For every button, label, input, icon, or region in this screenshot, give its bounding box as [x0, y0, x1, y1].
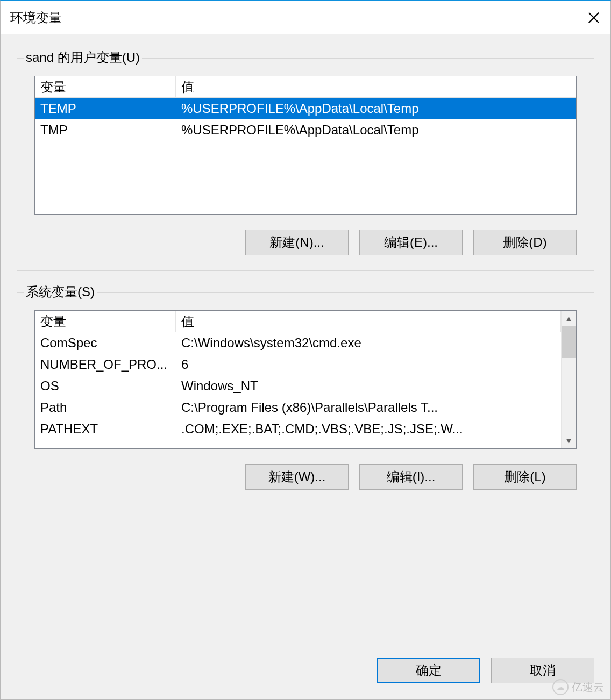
scrollbar[interactable]: ▲ ▼	[561, 311, 576, 448]
cell-variable: Path	[35, 399, 176, 416]
cell-variable: PATHEXT	[35, 420, 176, 438]
cell-value: Windows_NT	[176, 377, 561, 395]
cell-variable: NUMBER_OF_PRO...	[35, 356, 176, 373]
scroll-thumb[interactable]	[562, 326, 576, 358]
scroll-track[interactable]	[562, 358, 576, 433]
system-new-button[interactable]: 新建(W)...	[245, 464, 349, 490]
table-row[interactable]: NUMBER_OF_PRO... 6	[35, 354, 561, 375]
table-row[interactable]: PATHEXT .COM;.EXE;.BAT;.CMD;.VBS;.VBE;.J…	[35, 418, 561, 440]
column-header-value[interactable]: 值	[176, 76, 576, 97]
table-row[interactable]: ComSpec C:\Windows\system32\cmd.exe	[35, 332, 561, 354]
column-header-variable[interactable]: 变量	[35, 76, 176, 97]
user-new-button[interactable]: 新建(N)...	[245, 230, 349, 255]
user-button-row: 新建(N)... 编辑(E)... 删除(D)	[34, 230, 577, 255]
column-header-variable[interactable]: 变量	[35, 311, 176, 332]
system-edit-button[interactable]: 编辑(I)...	[359, 464, 463, 490]
cell-variable: TEMP	[35, 100, 176, 117]
titlebar: 环境变量	[1, 1, 610, 34]
cell-value: %USERPROFILE%\AppData\Local\Temp	[176, 100, 576, 117]
user-variables-group: sand 的用户变量(U) 变量 值 TEMP %USERPROFILE%\Ap…	[17, 58, 594, 271]
table-row[interactable]: TEMP %USERPROFILE%\AppData\Local\Temp	[35, 98, 576, 119]
system-variables-group: 系统变量(S) 变量 值 ComSpec C:\Windows\system32…	[17, 292, 594, 505]
cell-value: 6	[176, 356, 561, 373]
cell-value: .COM;.EXE;.BAT;.CMD;.VBS;.VBE;.JS;.JSE;.…	[176, 420, 561, 438]
ok-button[interactable]: 确定	[377, 658, 480, 683]
scroll-down-icon[interactable]: ▼	[562, 433, 576, 448]
table-row[interactable]: Path C:\Program Files (x86)\Parallels\Pa…	[35, 397, 561, 418]
system-variables-list[interactable]: 变量 值 ComSpec C:\Windows\system32\cmd.exe…	[34, 310, 577, 449]
table-row[interactable]: TMP %USERPROFILE%\AppData\Local\Temp	[35, 119, 576, 141]
user-variables-label: sand 的用户变量(U)	[24, 49, 142, 66]
table-row[interactable]: OS Windows_NT	[35, 375, 561, 397]
user-delete-button[interactable]: 删除(D)	[473, 230, 577, 255]
cell-value: C:\Windows\system32\cmd.exe	[176, 334, 561, 352]
dialog-footer: 确定 取消	[1, 645, 610, 699]
cell-variable: TMP	[35, 122, 176, 139]
system-delete-button[interactable]: 删除(L)	[473, 464, 577, 490]
column-header-value[interactable]: 值	[176, 311, 561, 332]
list-header: 变量 值	[35, 76, 576, 98]
cancel-button[interactable]: 取消	[491, 658, 594, 683]
cell-variable: OS	[35, 377, 176, 395]
user-variables-list[interactable]: 变量 值 TEMP %USERPROFILE%\AppData\Local\Te…	[34, 76, 577, 215]
list-header: 变量 值	[35, 311, 561, 332]
environment-variables-dialog: 环境变量 sand 的用户变量(U) 变量 值 TEMP %USERPROFIL…	[0, 0, 611, 700]
cell-variable: ComSpec	[35, 334, 176, 352]
close-button[interactable]	[577, 1, 610, 34]
dialog-content: sand 的用户变量(U) 变量 值 TEMP %USERPROFILE%\Ap…	[1, 34, 610, 645]
system-variables-label: 系统变量(S)	[24, 283, 97, 301]
scroll-up-icon[interactable]: ▲	[562, 311, 576, 326]
system-button-row: 新建(W)... 编辑(I)... 删除(L)	[34, 464, 577, 490]
cell-value: %USERPROFILE%\AppData\Local\Temp	[176, 122, 576, 139]
user-edit-button[interactable]: 编辑(E)...	[359, 230, 463, 255]
cell-value: C:\Program Files (x86)\Parallels\Paralle…	[176, 399, 561, 416]
window-title: 环境变量	[10, 9, 62, 26]
close-icon	[588, 12, 600, 24]
